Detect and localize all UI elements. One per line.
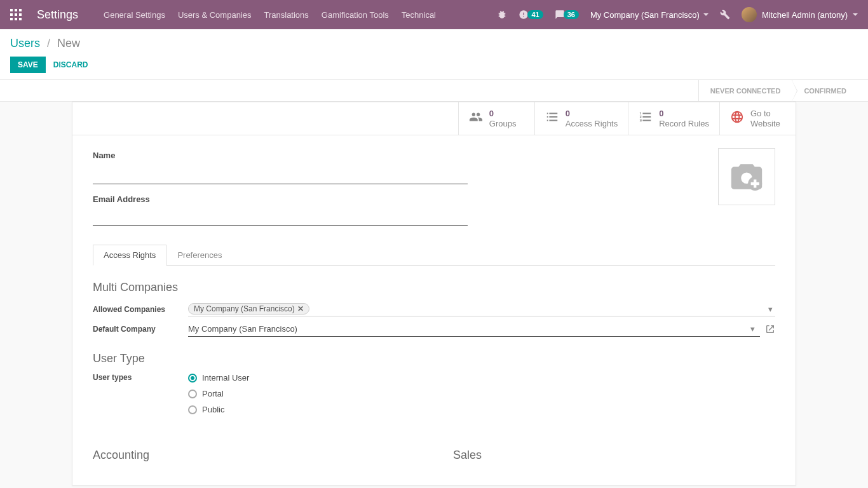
allowed-companies-field[interactable]: My Company (San Francisco) ✕ ▾	[188, 302, 775, 316]
menu-gamification-tools[interactable]: Gamification Tools	[322, 10, 389, 20]
globe-icon	[730, 110, 744, 127]
allowed-companies-label: Allowed Companies	[93, 305, 188, 314]
chevron-down-icon: ▾	[768, 304, 773, 314]
menu-technical[interactable]: Technical	[402, 10, 436, 20]
radio-public[interactable]: Public	[188, 405, 775, 414]
radio-icon	[188, 405, 197, 414]
status-never-connected[interactable]: NEVER CONNECTED	[698, 80, 792, 101]
breadcrumb-separator: /	[47, 37, 50, 50]
radio-internal-label: Internal User	[202, 373, 249, 383]
tabs: Access Rights Preferences	[93, 245, 775, 266]
status-bar: NEVER CONNECTED CONFIRMED	[0, 80, 868, 102]
stat-groups-label: Groups	[489, 119, 517, 129]
users-icon	[469, 110, 483, 127]
breadcrumb-current: New	[57, 37, 80, 50]
control-panel: Users / New SAVE DISCARD	[0, 29, 868, 80]
stat-button-box: 0 Groups 0 Access Rights 0 R	[72, 102, 796, 135]
menu-users-companies[interactable]: Users & Companies	[178, 10, 252, 20]
section-sales-title: Sales	[453, 449, 775, 462]
menu-general-settings[interactable]: General Settings	[104, 10, 165, 20]
radio-icon	[188, 390, 197, 398]
default-company-field[interactable]: My Company (San Francisco) ▾	[188, 322, 760, 337]
top-navbar: Settings General Settings Users & Compan…	[0, 0, 868, 29]
stat-website-button[interactable]: Go to Website	[719, 102, 796, 135]
chevron-down-icon	[703, 13, 709, 16]
company-switcher[interactable]: My Company (San Francisco)	[590, 10, 709, 20]
section-accounting-title: Accounting	[93, 449, 415, 462]
discard-button[interactable]: DISCARD	[53, 60, 88, 69]
tag-remove-icon[interactable]: ✕	[297, 304, 304, 313]
tab-preferences[interactable]: Preferences	[166, 245, 233, 266]
list-icon	[545, 110, 559, 127]
stat-groups-value: 0	[489, 109, 517, 119]
section-multi-companies-title: Multi Companies	[93, 281, 775, 294]
messages-icon[interactable]: 36	[555, 10, 579, 20]
status-confirmed[interactable]: CONFIRMED	[792, 80, 858, 101]
activities-icon[interactable]: 41	[519, 10, 543, 20]
stat-record-rules-value: 0	[659, 109, 709, 119]
image-upload[interactable]	[718, 148, 775, 205]
save-button[interactable]: SAVE	[10, 57, 46, 73]
user-menu[interactable]: Mitchell Admin (antony)	[742, 7, 858, 22]
email-input[interactable]	[93, 207, 468, 226]
action-buttons: SAVE DISCARD	[10, 57, 858, 79]
name-input[interactable]	[93, 163, 468, 184]
section-user-type-title: User Type	[93, 352, 775, 365]
stat-access-rights-button[interactable]: 0 Access Rights	[534, 102, 628, 135]
radio-portal[interactable]: Portal	[188, 389, 775, 398]
form-sheet: 0 Groups 0 Access Rights 0 R	[72, 102, 796, 485]
stat-access-rights-label: Access Rights	[566, 119, 618, 129]
tools-icon[interactable]	[720, 10, 730, 20]
name-label: Name	[93, 151, 468, 160]
chevron-down-icon	[853, 13, 858, 16]
chevron-down-icon: ▾	[750, 324, 755, 334]
avatar	[742, 7, 757, 22]
app-brand: Settings	[37, 8, 78, 22]
default-company-label: Default Company	[93, 325, 188, 334]
user-types-radio-group: Internal User Portal Public	[188, 373, 775, 414]
debug-icon[interactable]	[497, 10, 507, 20]
radio-icon	[188, 374, 197, 383]
company-tag-text: My Company (San Francisco)	[194, 304, 295, 313]
company-tag[interactable]: My Company (San Francisco) ✕	[188, 303, 309, 315]
breadcrumb-users[interactable]: Users	[10, 37, 40, 50]
main-menu: General Settings Users & Companies Trans…	[104, 10, 436, 20]
stat-record-rules-label: Record Rules	[659, 119, 709, 129]
radio-public-label: Public	[202, 405, 224, 414]
menu-translations[interactable]: Translations	[264, 10, 309, 20]
user-name: Mitchell Admin (antony)	[762, 10, 848, 20]
list-ol-icon	[639, 110, 653, 127]
messages-badge: 36	[564, 10, 579, 19]
radio-portal-label: Portal	[202, 389, 224, 398]
user-types-label: User types	[93, 373, 188, 382]
stat-record-rules-button[interactable]: 0 Record Rules	[628, 102, 719, 135]
activities-badge: 41	[527, 10, 543, 19]
tab-access-rights[interactable]: Access Rights	[93, 245, 166, 266]
default-company-value: My Company (San Francisco)	[188, 324, 750, 334]
external-link-icon[interactable]	[765, 324, 775, 335]
apps-icon[interactable]	[10, 9, 22, 20]
stat-website-label2: Website	[750, 119, 780, 129]
company-name: My Company (San Francisco)	[590, 10, 700, 20]
breadcrumb: Users / New	[10, 37, 858, 50]
stat-access-rights-value: 0	[566, 109, 618, 119]
navbar-right: 41 36 My Company (San Francisco) Mitchel…	[497, 7, 858, 22]
stat-website-label1: Go to	[750, 109, 780, 119]
stat-groups-button[interactable]: 0 Groups	[458, 102, 534, 135]
email-label: Email Address	[93, 194, 468, 204]
radio-internal-user[interactable]: Internal User	[188, 373, 775, 383]
